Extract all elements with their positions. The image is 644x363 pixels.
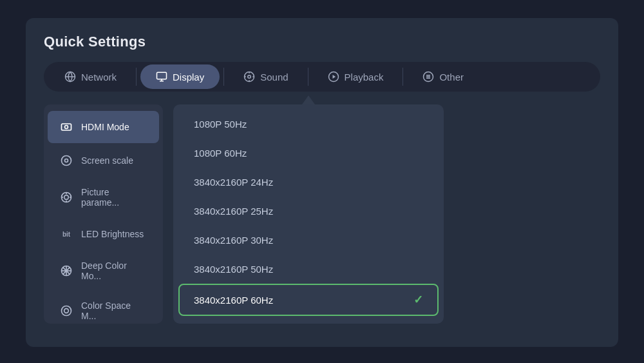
playback-icon	[328, 71, 339, 83]
sidebar-item-hdmi-label: HDMI Mode	[81, 122, 129, 132]
sidebar-item-led-label: LED Brightness	[81, 229, 144, 239]
tab-sound[interactable]: Sound	[228, 64, 303, 89]
dropdown-item-4k-25-label: 3840x2160P 25Hz	[194, 206, 273, 217]
sidebar-item-deep-color-label: Deep Color Mo...	[81, 260, 147, 281]
check-icon: ✓	[413, 293, 423, 307]
dropdown-item-4k-50[interactable]: 3840x2160P 50Hz	[178, 255, 439, 284]
sidebar-item-hdmi-mode[interactable]: HDMI Mode	[48, 111, 159, 143]
sidebar-item-screen-scale-label: Screen scale	[81, 155, 133, 166]
screen-scale-icon	[59, 153, 73, 168]
sidebar: HDMI Mode Screen scale	[44, 104, 163, 324]
tab-display-label: Display	[173, 72, 204, 83]
tab-divider-4	[402, 68, 403, 86]
sidebar-item-led-brightness[interactable]: bit LED Brightness	[48, 218, 159, 250]
tab-sound-label: Sound	[260, 72, 288, 83]
tab-divider-1	[136, 68, 137, 86]
dropdown-panel: 1080P 50Hz 1080P 60Hz 3840x2160P 24Hz 38…	[173, 104, 444, 324]
svg-marker-12	[332, 75, 336, 79]
dropdown-item-4k-60[interactable]: 3840x2160P 60Hz ✓	[178, 284, 439, 316]
svg-point-22	[64, 195, 69, 200]
svg-point-6	[248, 75, 251, 79]
tab-network[interactable]: Network	[49, 64, 132, 89]
sidebar-item-deep-color[interactable]: Deep Color Mo...	[48, 251, 159, 290]
sidebar-item-picture-params[interactable]: Picture parame...	[48, 178, 159, 217]
sound-icon	[243, 71, 255, 83]
tab-other-label: Other	[439, 72, 464, 83]
svg-rect-2	[157, 72, 167, 79]
dropdown-item-4k-50-label: 3840x2160P 50Hz	[194, 264, 273, 275]
sidebar-item-screen-scale[interactable]: Screen scale	[48, 144, 159, 177]
svg-point-33	[64, 309, 69, 313]
page-title: Quick Settings	[44, 34, 600, 50]
svg-point-20	[65, 159, 68, 162]
dropdown-item-4k-24[interactable]: 3840x2160P 24Hz	[178, 168, 439, 197]
led-brightness-icon: bit	[59, 227, 73, 241]
sidebar-item-color-space[interactable]: Color Space M...	[48, 291, 159, 330]
settings-container: Quick Settings Network	[26, 18, 618, 347]
sidebar-item-picture-label: Picture parame...	[81, 187, 147, 208]
dropdown-arrow	[302, 95, 315, 104]
svg-point-32	[62, 306, 71, 316]
network-icon	[64, 71, 76, 83]
tab-playback-label: Playback	[345, 72, 384, 83]
picture-params-icon	[59, 190, 73, 204]
dropdown-item-1080p-60[interactable]: 1080P 60Hz	[178, 139, 439, 168]
tab-divider-3	[308, 68, 308, 86]
dropdown-item-1080p-60-label: 1080P 60Hz	[194, 148, 247, 159]
sidebar-item-color-space-label: Color Space M...	[81, 300, 147, 321]
color-space-icon	[59, 304, 73, 318]
dropdown-item-4k-30[interactable]: 3840x2160P 30Hz	[178, 226, 439, 255]
hdmi-mode-icon	[59, 120, 73, 134]
tab-divider-2	[223, 68, 224, 86]
tab-network-label: Network	[81, 72, 117, 83]
tab-playback[interactable]: Playback	[312, 64, 399, 89]
tab-display[interactable]: Display	[140, 64, 220, 89]
dropdown-item-4k-60-label: 3840x2160P 60Hz	[194, 295, 273, 306]
dropdown-item-4k-30-label: 3840x2160P 30Hz	[194, 235, 273, 246]
other-icon	[422, 71, 434, 83]
dropdown-item-1080p-50[interactable]: 1080P 50Hz	[178, 110, 439, 139]
content-area: HDMI Mode Screen scale	[44, 104, 600, 324]
display-icon	[156, 71, 167, 83]
deep-color-icon	[59, 264, 73, 278]
dropdown-item-4k-24-label: 3840x2160P 24Hz	[194, 177, 273, 188]
tabs-bar: Network Display	[44, 62, 600, 92]
dropdown-item-4k-25[interactable]: 3840x2160P 25Hz	[178, 197, 439, 226]
svg-rect-17	[62, 124, 71, 130]
dropdown-item-1080p-50-label: 1080P 50Hz	[194, 119, 247, 130]
svg-point-18	[65, 126, 68, 129]
tab-other[interactable]: Other	[407, 64, 479, 89]
svg-point-19	[62, 156, 71, 166]
